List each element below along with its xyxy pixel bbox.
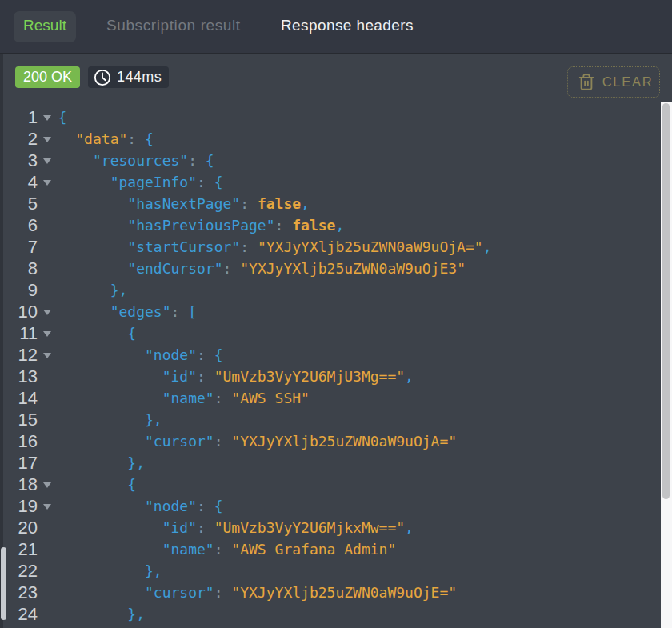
line-number: 3	[3, 150, 38, 171]
code-line-text: "hasPreviousPage": false,	[58, 214, 345, 236]
code-line: 4 "pageInfo": {	[3, 171, 661, 193]
code-line-text: },	[58, 409, 162, 430]
line-number: 9	[3, 279, 38, 301]
code-line: 16 "cursor": "YXJyYXljb25uZWN0aW9uOjA="	[3, 430, 661, 452]
line-number: 7	[3, 236, 38, 258]
code-line: 15 },	[3, 409, 661, 430]
code-line-text: "name": "AWS Grafana Admin"	[58, 538, 397, 560]
code-line: 14 "name": "AWS SSH"	[3, 387, 661, 409]
code-line: 24 },	[3, 603, 661, 625]
code-line-text: "hasNextPage": false,	[58, 193, 310, 214]
line-number: 24	[3, 603, 38, 625]
code-line-text: "id": "UmVzb3VyY2U6MjU3Mg==",	[58, 366, 414, 387]
line-number: 15	[3, 409, 38, 430]
code-line: 3 "resources": {	[3, 150, 661, 171]
code-line: 9 },	[3, 279, 661, 301]
status-code-badge: 200 OK	[15, 66, 80, 88]
line-number: 16	[3, 430, 38, 452]
tab-response-headers[interactable]: Response headers	[281, 0, 414, 50]
code-line: 21 "name": "AWS Grafana Admin"	[3, 538, 661, 560]
fold-arrow-icon[interactable]	[43, 137, 51, 142]
line-number: 2	[3, 128, 38, 150]
fold-arrow-icon[interactable]	[43, 482, 51, 488]
code-line: 19 "node": {	[3, 495, 661, 517]
code-line-text: {	[58, 322, 137, 344]
code-line: 18 {	[3, 474, 661, 495]
line-number: 11	[3, 322, 38, 344]
code-line: 5 "hasNextPage": false,	[3, 193, 661, 214]
code-line-text: "edges": [	[58, 301, 197, 322]
code-line-text: "pageInfo": {	[58, 171, 223, 193]
line-number: 13	[3, 366, 38, 387]
code-line-text: "startCursor": "YXJyYXljb25uZWN0aW9uOjA=…	[58, 236, 492, 258]
line-number: 12	[3, 344, 38, 366]
response-time-text: 144ms	[117, 69, 162, 86]
code-line-text: "name": "AWS SSH"	[58, 387, 310, 409]
code-line-text: {	[58, 106, 67, 128]
line-number: 14	[3, 387, 38, 409]
line-number: 18	[3, 474, 38, 495]
tab-subscription-result[interactable]: Subscription result	[106, 0, 241, 50]
line-number: 6	[3, 214, 38, 236]
code-line-text: "resources": {	[58, 150, 214, 171]
fold-arrow-icon[interactable]	[43, 353, 51, 358]
line-number: 17	[3, 452, 38, 474]
line-number: 20	[3, 517, 38, 538]
code-line-text: },	[58, 279, 128, 301]
status-code-text: 200 OK	[23, 69, 72, 86]
code-line: 7 "startCursor": "YXJyYXljb25uZWN0aW9uOj…	[3, 236, 661, 258]
line-number: 23	[3, 582, 38, 603]
code-line: 13 "id": "UmVzb3VyY2U6MjU3Mg==",	[3, 366, 661, 387]
tab-response-headers-label: Response headers	[281, 17, 414, 34]
code-line-text: {	[58, 474, 137, 495]
code-line-text: "id": "UmVzb3VyY2U6MjkxMw==",	[58, 517, 414, 538]
json-response-lines: 1{2 "data": {3 "resources": {4 "pageInfo…	[3, 106, 661, 625]
line-number: 22	[3, 560, 38, 582]
code-line: 6 "hasPreviousPage": false,	[3, 214, 661, 236]
fold-arrow-icon[interactable]	[43, 115, 51, 121]
code-line: 20 "id": "UmVzb3VyY2U6MjkxMw==",	[3, 517, 661, 538]
line-number: 4	[3, 171, 38, 193]
code-line-text: "cursor": "YXJyYXljb25uZWN0aW9uOjE="	[58, 582, 458, 603]
line-number: 19	[3, 495, 38, 517]
line-number: 21	[3, 538, 38, 560]
trash-icon	[578, 73, 595, 91]
code-line: 10 "edges": [	[3, 301, 661, 322]
code-line-text: "cursor": "YXJyYXljb25uZWN0aW9uOjA="	[58, 430, 458, 452]
code-line-text: "data": {	[58, 128, 154, 150]
response-panel: Result Subscription result Response head…	[0, 0, 672, 628]
line-number: 1	[3, 106, 38, 128]
left-scrollbar-thumb[interactable]	[1, 547, 6, 620]
tab-result[interactable]: Result	[14, 11, 76, 42]
clear-button-label: CLEAR	[602, 74, 654, 90]
fold-arrow-icon[interactable]	[43, 504, 51, 510]
clock-icon	[94, 69, 111, 86]
vertical-scrollbar-thumb[interactable]	[662, 103, 670, 499]
clear-button[interactable]: CLEAR	[567, 66, 660, 98]
code-line-text: "node": {	[58, 344, 223, 366]
tab-result-label: Result	[23, 17, 66, 34]
code-line: 2 "data": {	[3, 128, 661, 150]
code-line-text: "endCursor": "YXJyYXljb25uZWN0aW9uOjE3"	[58, 258, 466, 279]
response-body-editor[interactable]: 1{2 "data": {3 "resources": {4 "pageInfo…	[3, 102, 661, 628]
code-line-text: },	[58, 560, 162, 582]
code-line: 11 {	[3, 322, 661, 344]
code-line-text: },	[58, 452, 145, 474]
line-number: 10	[3, 301, 38, 322]
code-line: 22 },	[3, 560, 661, 582]
code-line: 8 "endCursor": "YXJyYXljb25uZWN0aW9uOjE3…	[3, 258, 661, 279]
code-line-text: },	[58, 603, 145, 625]
fold-arrow-icon[interactable]	[43, 180, 51, 186]
code-line: 12 "node": {	[3, 344, 661, 366]
line-number: 5	[3, 193, 38, 214]
fold-arrow-icon[interactable]	[43, 158, 51, 164]
fold-arrow-icon[interactable]	[43, 331, 51, 337]
code-line-text: "node": {	[58, 495, 223, 517]
fold-arrow-icon[interactable]	[43, 310, 51, 315]
tab-subscription-result-label: Subscription result	[106, 17, 241, 34]
result-tabbar: Result Subscription result Response head…	[0, 0, 672, 54]
code-line: 1{	[3, 106, 661, 128]
vertical-scrollbar[interactable]	[661, 102, 672, 628]
code-line: 23 "cursor": "YXJyYXljb25uZWN0aW9uOjE="	[3, 582, 661, 603]
response-time-badge: 144ms	[88, 66, 169, 88]
